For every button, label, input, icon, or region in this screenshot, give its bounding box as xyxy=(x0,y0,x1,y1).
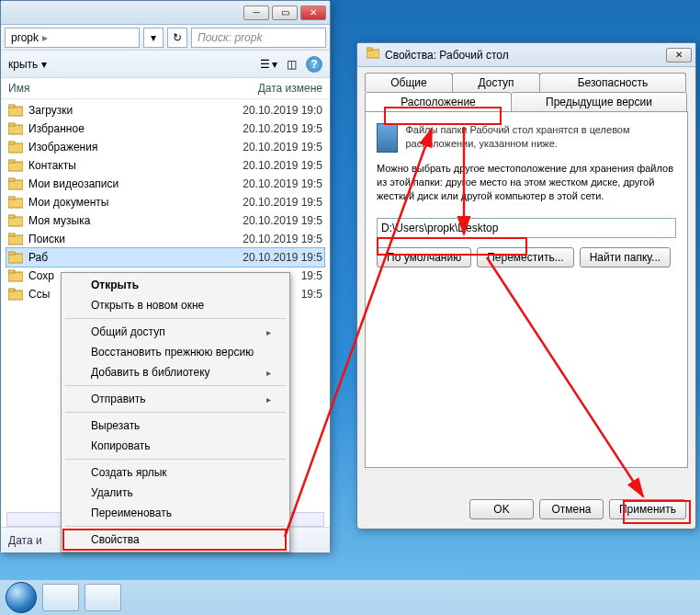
folder-icon xyxy=(8,177,23,191)
svg-rect-19 xyxy=(8,270,15,273)
breadcrumb[interactable]: propk ▸ xyxy=(5,28,140,48)
item-name: Изображения xyxy=(28,141,212,154)
folder-icon xyxy=(8,268,23,283)
svg-rect-15 xyxy=(8,233,15,236)
help-button[interactable]: ? xyxy=(306,56,322,73)
list-item[interactable]: Изображения20.10.2019 19:5 xyxy=(6,138,324,156)
item-name: Поиски xyxy=(28,233,212,245)
ctx-create-shortcut[interactable]: Создать ярлык xyxy=(63,462,288,483)
svg-rect-13 xyxy=(8,215,15,218)
apply-button[interactable]: Применить xyxy=(609,499,686,519)
start-button[interactable] xyxy=(6,582,37,613)
separator xyxy=(65,459,286,460)
tab-sharing[interactable]: Доступ xyxy=(452,73,540,92)
item-name: Мои документы xyxy=(28,196,212,209)
open-menu[interactable]: крыть ▾ xyxy=(8,58,47,71)
tab-security[interactable]: Безопасность xyxy=(539,73,686,92)
breadcrumb-segment[interactable]: propk xyxy=(11,31,39,44)
view-icon: ☰ xyxy=(260,58,270,71)
folder-icon xyxy=(8,213,23,228)
svg-rect-1 xyxy=(8,105,15,108)
folder-icon xyxy=(8,250,23,265)
command-bar: крыть ▾ ☰ ▾ ◫ ? xyxy=(1,51,330,78)
restore-default-button[interactable]: По умолчанию xyxy=(377,247,471,268)
svg-rect-5 xyxy=(8,142,15,144)
tab-previous-versions[interactable]: Предыдущие версии xyxy=(511,92,687,112)
item-name: Загрузки xyxy=(28,104,212,117)
taskbar-app-icon[interactable] xyxy=(85,584,121,611)
item-name: Мои видеозаписи xyxy=(28,177,212,190)
column-name[interactable]: Имя xyxy=(8,82,212,95)
separator xyxy=(65,526,286,527)
search-box[interactable]: Поиск: propk xyxy=(191,28,326,48)
item-name: Раб xyxy=(28,251,212,264)
ctx-properties[interactable]: Свойства xyxy=(63,530,288,550)
folder-icon xyxy=(8,232,23,246)
list-item[interactable]: Избранное20.10.2019 19:5 xyxy=(6,120,324,138)
separator xyxy=(65,385,286,386)
tabs-row1: Общие Доступ Безопасность xyxy=(357,67,695,92)
refresh-button[interactable]: ↻ xyxy=(167,28,187,48)
dialog-close-button[interactable]: ✕ xyxy=(666,48,692,63)
cancel-button[interactable]: Отмена xyxy=(539,499,604,519)
properties-dialog: Свойства: Рабочий стол ✕ Общие Доступ Бе… xyxy=(356,42,696,530)
column-headers[interactable]: Имя Дата измене xyxy=(1,78,330,99)
list-item[interactable]: Раб20.10.2019 19:5 xyxy=(6,248,324,267)
find-folder-button[interactable]: Найти папку... xyxy=(580,247,671,268)
minimize-button[interactable]: ─ xyxy=(243,6,269,20)
folder-icon xyxy=(8,121,23,136)
ctx-send-to[interactable]: Отправить xyxy=(63,389,288,409)
move-button[interactable]: Переместить... xyxy=(477,247,574,268)
item-name: Контакты xyxy=(28,159,212,172)
history-dropdown[interactable]: ▾ xyxy=(143,28,164,48)
list-item[interactable]: Мои документы20.10.2019 19:5 xyxy=(6,193,324,211)
close-button[interactable]: ✕ xyxy=(300,6,326,20)
list-item[interactable]: Контакты20.10.2019 19:5 xyxy=(6,156,324,175)
folder-icon xyxy=(367,47,379,63)
tab-general[interactable]: Общие xyxy=(365,73,453,92)
tab-location[interactable]: Расположение xyxy=(365,92,512,112)
ctx-delete[interactable]: Удалить xyxy=(63,483,288,503)
taskbar-explorer-icon[interactable] xyxy=(42,584,79,611)
list-item[interactable]: Моя музыка20.10.2019 19:5 xyxy=(6,211,324,230)
svg-rect-17 xyxy=(8,252,15,255)
ctx-restore-version[interactable]: Восстановить прежнюю версию xyxy=(63,342,288,362)
dialog-title: Свойства: Рабочий стол xyxy=(385,49,509,62)
svg-rect-7 xyxy=(8,160,15,163)
view-selector[interactable]: ☰ ▾ xyxy=(260,58,277,71)
ctx-cut[interactable]: Вырезать xyxy=(63,416,288,436)
ctx-open-new-window[interactable]: Открыть в новом окне xyxy=(63,295,288,315)
status-text: Дата и xyxy=(8,534,42,547)
properties-titlebar: Свойства: Рабочий стол ✕ xyxy=(357,43,695,67)
item-date: 20.10.2019 19:5 xyxy=(212,122,322,135)
ctx-rename[interactable]: Переименовать xyxy=(63,503,288,523)
folder-icon xyxy=(8,140,23,154)
list-item[interactable]: Мои видеозаписи20.10.2019 19:5 xyxy=(6,175,324,193)
dialog-buttons: OK Отмена Применить xyxy=(469,499,686,519)
svg-rect-11 xyxy=(8,197,15,199)
location-description-2: Можно выбрать другое местоположение для … xyxy=(377,162,676,203)
item-date: 20.10.2019 19:5 xyxy=(212,251,322,264)
item-date: 20.10.2019 19:5 xyxy=(212,177,322,190)
column-date[interactable]: Дата измене xyxy=(212,82,322,95)
search-placeholder: Поиск: propk xyxy=(198,31,262,44)
ok-button[interactable]: OK xyxy=(469,499,534,519)
list-item[interactable]: Загрузки20.10.2019 19:0 xyxy=(6,101,324,120)
item-name: Избранное xyxy=(28,122,212,135)
location-path-input[interactable] xyxy=(377,218,676,238)
item-date: 20.10.2019 19:5 xyxy=(212,196,322,209)
list-item[interactable]: Поиски20.10.2019 19:5 xyxy=(6,230,324,248)
maximize-button[interactable]: ▭ xyxy=(272,6,298,20)
ctx-copy[interactable]: Копировать xyxy=(63,436,288,456)
ctx-open[interactable]: Открыть xyxy=(63,275,288,295)
svg-rect-23 xyxy=(367,48,372,51)
item-date: 20.10.2019 19:5 xyxy=(212,141,322,154)
item-date: 20.10.2019 19:5 xyxy=(212,214,322,227)
ctx-add-to-library[interactable]: Добавить в библиотеку xyxy=(63,362,288,382)
preview-pane-toggle[interactable]: ◫ xyxy=(287,58,297,71)
taskbar[interactable] xyxy=(0,580,700,615)
folder-icon xyxy=(8,158,23,173)
chevron-right-icon[interactable]: ▸ xyxy=(42,31,48,44)
item-date: 20.10.2019 19:0 xyxy=(212,104,322,117)
ctx-share[interactable]: Общий доступ xyxy=(63,322,288,342)
